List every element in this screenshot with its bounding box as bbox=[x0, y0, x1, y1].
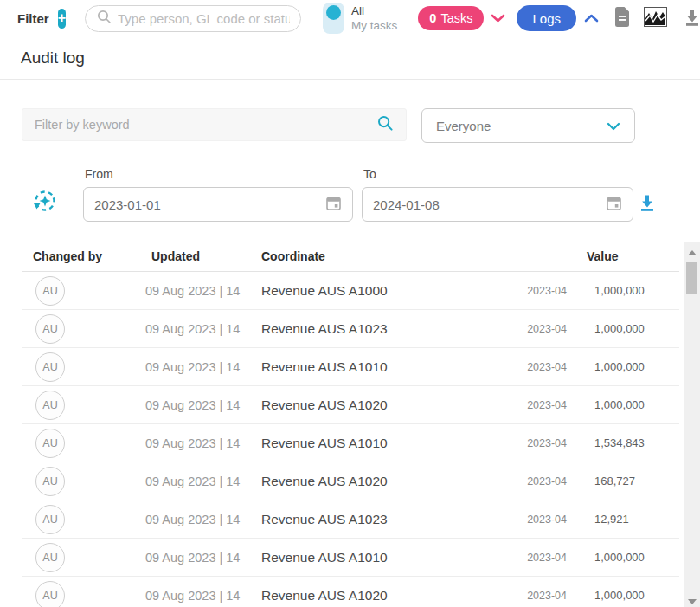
coordinate-cell: Revenue AUS A1023 bbox=[255, 512, 515, 527]
to-date-group: To bbox=[362, 167, 633, 222]
from-date-field[interactable] bbox=[83, 187, 353, 222]
tasks-count: 0 bbox=[429, 11, 436, 25]
filter-label: Filter bbox=[17, 11, 49, 26]
keyword-filter[interactable] bbox=[22, 108, 407, 141]
coordinate-cell: Revenue AUS A1020 bbox=[255, 474, 515, 489]
changed-by-cell: AU bbox=[22, 429, 130, 458]
value-cell: 1,000,000 bbox=[567, 551, 679, 564]
avatar: AU bbox=[35, 581, 65, 607]
period-cell: 2023-04 bbox=[515, 552, 567, 564]
export-log-button[interactable] bbox=[638, 193, 657, 215]
keyword-filter-row: Everyone bbox=[22, 108, 678, 143]
date-range-row: From To bbox=[22, 167, 678, 222]
add-filter-button[interactable]: + bbox=[58, 9, 66, 29]
audit-log-table: Changed by Updated Coordinate Value AU 0… bbox=[22, 241, 679, 607]
coordinate-cell: Revenue AUS A1020 bbox=[255, 588, 515, 604]
toolbar-search-input[interactable] bbox=[118, 11, 290, 26]
scope-option-my-tasks[interactable]: My tasks bbox=[351, 18, 397, 33]
period-cell: 2023-04 bbox=[515, 323, 567, 335]
search-icon bbox=[96, 9, 112, 28]
value-cell: 1,000,000 bbox=[567, 322, 679, 335]
scrollbar-up-arrow-icon[interactable] bbox=[688, 250, 697, 255]
period-cell: 2023-04 bbox=[515, 475, 567, 488]
table-row: AU 09 Aug 2023 | 14 Revenue AUS A1010 20… bbox=[22, 424, 679, 462]
scrollbar-down-arrow-icon[interactable] bbox=[688, 599, 697, 604]
from-label: From bbox=[85, 167, 353, 181]
updated-cell: 09 Aug 2023 | 14 bbox=[130, 284, 255, 298]
coordinate-cell: Revenue AUS A1000 bbox=[255, 283, 515, 299]
updated-cell: 09 Aug 2023 | 14 bbox=[130, 322, 255, 336]
updated-cell: 09 Aug 2023 | 14 bbox=[130, 436, 255, 450]
chevron-up-icon bbox=[584, 12, 599, 25]
top-toolbar: Filter + All My tasks 0 Tasks Logs bbox=[0, 0, 700, 36]
filters-section: Everyone From bbox=[0, 108, 700, 222]
calendar-icon[interactable] bbox=[325, 195, 342, 215]
value-cell: 168,727 bbox=[567, 475, 679, 488]
keyword-filter-input[interactable] bbox=[35, 118, 376, 132]
scope-toggle-track[interactable] bbox=[323, 3, 344, 34]
table-header-row: Changed by Updated Coordinate Value bbox=[22, 241, 679, 272]
avatar: AU bbox=[35, 543, 65, 572]
table-row: AU 09 Aug 2023 | 14 Revenue AUS A1020 20… bbox=[22, 577, 679, 607]
coordinate-cell: Revenue AUS A1023 bbox=[255, 321, 515, 337]
user-filter-dropdown[interactable]: Everyone bbox=[421, 108, 635, 143]
scope-toggle-knob[interactable] bbox=[326, 5, 341, 20]
refresh-button[interactable] bbox=[31, 187, 59, 217]
table-scrollbar[interactable] bbox=[684, 242, 700, 607]
avatar: AU bbox=[35, 391, 65, 420]
search-icon[interactable] bbox=[376, 114, 394, 135]
changed-by-cell: AU bbox=[22, 352, 130, 382]
avatar: AU bbox=[35, 467, 65, 496]
updated-cell: 09 Aug 2023 | 14 bbox=[130, 551, 255, 565]
period-cell: 2023-04 bbox=[515, 590, 567, 602]
download-all-button[interactable] bbox=[683, 8, 700, 29]
period-cell: 2023-04 bbox=[515, 285, 567, 297]
table-body: AU 09 Aug 2023 | 14 Revenue AUS A1000 20… bbox=[22, 272, 679, 607]
toolbar-search[interactable] bbox=[85, 5, 301, 32]
table-row: AU 09 Aug 2023 | 14 Revenue AUS A1023 20… bbox=[22, 310, 679, 348]
changed-by-cell: AU bbox=[22, 276, 130, 306]
report-document-button[interactable] bbox=[613, 6, 631, 30]
value-cell: 12,921 bbox=[567, 513, 679, 526]
updated-cell: 09 Aug 2023 | 14 bbox=[130, 360, 255, 374]
header-divider bbox=[0, 79, 700, 80]
avatar: AU bbox=[35, 505, 65, 534]
value-cell: 1,534,843 bbox=[567, 436, 679, 449]
coordinate-cell: Revenue AUS A1020 bbox=[255, 397, 515, 413]
from-date-input[interactable] bbox=[94, 197, 325, 212]
sync-sparkle-icon bbox=[31, 187, 59, 217]
to-label: To bbox=[363, 167, 633, 181]
chart-view-button[interactable] bbox=[644, 7, 667, 29]
tasks-expand-button[interactable] bbox=[491, 12, 505, 25]
value-cell: 1,000,000 bbox=[567, 360, 679, 373]
coordinate-cell: Revenue AUS A1010 bbox=[255, 359, 515, 375]
table-row: AU 09 Aug 2023 | 14 Revenue AUS A1020 20… bbox=[22, 462, 679, 500]
download-icon bbox=[638, 193, 657, 215]
task-scope-toggle[interactable]: All My tasks bbox=[323, 3, 397, 34]
changed-by-cell: AU bbox=[22, 543, 130, 572]
updated-cell: 09 Aug 2023 | 14 bbox=[130, 475, 255, 488]
to-date-field[interactable] bbox=[362, 187, 633, 222]
calendar-icon[interactable] bbox=[606, 195, 622, 215]
from-date-group: From bbox=[83, 167, 353, 222]
chevron-down-icon bbox=[491, 12, 505, 25]
avatar: AU bbox=[35, 314, 65, 344]
period-cell: 2023-04 bbox=[515, 437, 567, 449]
page-title: Audit log bbox=[21, 48, 679, 68]
audit-log-table-section: Changed by Updated Coordinate Value AU 0… bbox=[0, 241, 700, 607]
tasks-button[interactable]: 0 Tasks bbox=[418, 6, 484, 30]
scrollbar-thumb[interactable] bbox=[686, 262, 697, 294]
chart-icon bbox=[644, 7, 667, 29]
period-cell: 2023-04 bbox=[515, 513, 567, 526]
coordinate-cell: Revenue AUS A1010 bbox=[255, 550, 515, 565]
to-date-input[interactable] bbox=[373, 197, 606, 212]
changed-by-cell: AU bbox=[22, 581, 130, 607]
changed-by-cell: AU bbox=[22, 505, 130, 534]
logs-collapse-button[interactable] bbox=[584, 12, 599, 25]
logs-button[interactable]: Logs bbox=[517, 5, 576, 31]
column-header-updated: Updated bbox=[130, 249, 255, 263]
download-icon bbox=[683, 8, 700, 29]
updated-cell: 09 Aug 2023 | 14 bbox=[130, 513, 255, 526]
table-row: AU 09 Aug 2023 | 14 Revenue AUS A1010 20… bbox=[22, 348, 679, 386]
scope-option-all[interactable]: All bbox=[351, 3, 397, 18]
